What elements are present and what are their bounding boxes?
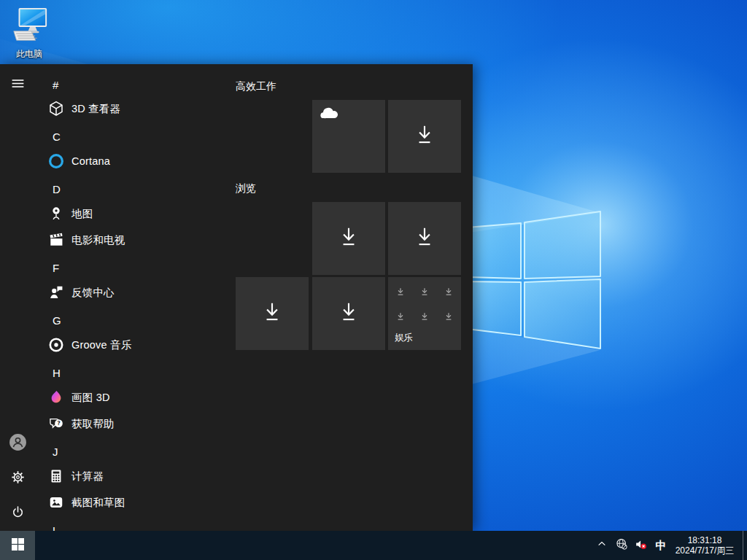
clock-date: 2024/7/17/周三 [676,545,735,556]
this-pc-icon [9,35,49,47]
start-button[interactable] [0,531,35,560]
download-arrow-icon [444,311,453,319]
start-menu: #3D 查看器CCortanaD地图电影和电视F反馈中心GGroove 音乐H画… [0,64,473,531]
tile-pending-download-3[interactable] [388,202,461,275]
onedrive-cloud-icon [319,106,338,122]
globe-no-internet-icon [615,537,628,553]
tile-onedrive[interactable] [312,100,385,173]
download-arrow-icon [412,225,437,252]
download-arrow-icon [396,286,405,295]
clock[interactable]: 18:31:18 2024/7/17/周三 [671,531,743,560]
download-arrow-icon [420,311,429,319]
tile-group-label: 浏览 [236,181,256,195]
show-desktop-button[interactable] [743,531,747,560]
tile-folder-label: 娱乐 [395,332,413,344]
tile-entertainment-folder[interactable]: 娱乐 [388,277,461,350]
network-status-button[interactable] [611,531,631,560]
tile-pending-download-5[interactable] [312,277,385,350]
tile-pending-download-2[interactable] [312,202,385,275]
desktop-icon-this-pc[interactable]: 此电脑 [6,6,53,59]
show-hidden-icons-button[interactable] [592,531,611,560]
tile-group-label: 高效工作 [236,79,276,93]
tile-pending-download-4[interactable] [236,277,309,350]
tile-pending-download-1[interactable] [388,100,461,173]
download-arrow-icon [336,225,361,252]
download-arrow-icon [336,300,361,327]
ime-indicator[interactable]: 中 [651,531,671,560]
ime-label: 中 [656,539,667,553]
download-arrow-icon [444,286,453,295]
taskbar: 中 18:31:18 2024/7/17/周三 [0,531,747,560]
download-arrow-icon [396,311,405,319]
windows-start-icon [12,538,24,553]
volume-button[interactable] [631,531,651,560]
desktop: 此电脑 [0,0,747,560]
tile-area: 高效工作浏览娱乐 [0,64,473,531]
this-pc-label: 此电脑 [6,49,53,59]
system-tray: 中 18:31:18 2024/7/17/周三 [592,531,747,560]
download-arrow-icon [412,122,437,150]
speaker-muted-icon [634,537,648,554]
download-arrow-icon [420,286,429,295]
download-arrow-icon [260,300,285,327]
clock-time: 18:31:18 [688,535,722,545]
chevron-up-icon [596,538,608,553]
